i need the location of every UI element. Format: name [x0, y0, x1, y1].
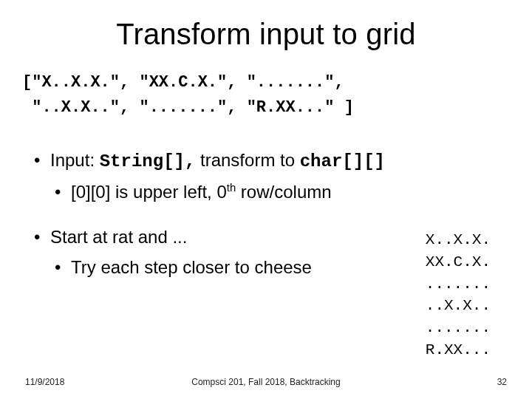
footer-date: 11/9/2018 [25, 377, 64, 387]
footer-title: Compsci 201, Fall 2018, Backtracking [0, 377, 532, 387]
code-line-1: ["X..X.X.", "XX.C.X.", ".......", [22, 73, 344, 92]
text: Input: [50, 150, 100, 170]
bullet-index: [0][0] is upper left, 0th row/column [31, 177, 501, 208]
page-number: 32 [497, 377, 507, 387]
grid-row-5: R.XX... [426, 341, 491, 358]
grid-row-4: ....... [426, 319, 491, 336]
text: transform to [195, 150, 299, 170]
superscript-th: th [227, 182, 236, 194]
bullet-input: Input: String[], transform to char[][] [31, 146, 501, 177]
slide: Transform input to grid ["X..X.X.", "XX.… [0, 0, 532, 399]
footer: 11/9/2018 Compsci 201, Fall 2018, Backtr… [0, 377, 532, 387]
grid-row-1: XX.C.X. [426, 253, 491, 270]
grid-row-0: X..X.X. [426, 231, 491, 248]
grid-row-3: ..X.X.. [426, 297, 491, 314]
code-string-array: String[], [100, 151, 196, 171]
code-line-2: "..X.X..", ".......", "R.XX..." ] [22, 98, 354, 117]
grid-row-2: ....... [426, 276, 491, 293]
code-char-array: char[][] [300, 151, 385, 171]
page-title: Transform input to grid [31, 18, 501, 51]
grid-visual: X..X.X. XX.C.X. ....... ..X.X.. ....... … [426, 229, 491, 361]
text: row/column [236, 182, 331, 202]
code-array: ["X..X.X.", "XX.C.X.", ".......", "..X.X… [22, 70, 501, 120]
text: [0][0] is upper left, 0 [71, 182, 227, 202]
